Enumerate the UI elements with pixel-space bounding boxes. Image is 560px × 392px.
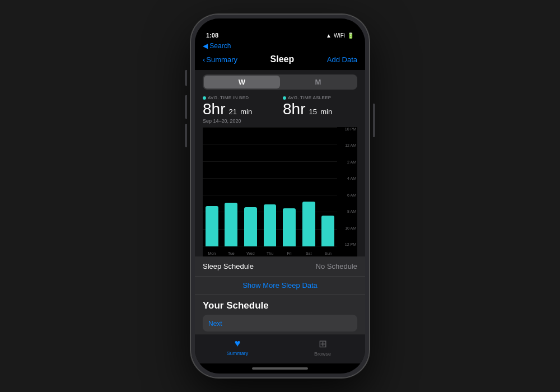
volume-down-button xyxy=(185,124,187,147)
bar-group: Sun xyxy=(319,129,337,256)
bar-chart: 10 PM12 AM2 AM4 AM6 AM8 AM10 AM12 PM Mon… xyxy=(203,127,357,256)
bar-group: Sat xyxy=(300,129,318,256)
chart-area: 10 PM12 AM2 AM4 AM6 AM8 AM10 AM12 PM Mon… xyxy=(203,127,357,256)
bed-dot xyxy=(203,96,206,100)
status-time: 1:08 xyxy=(206,32,218,39)
y-axis-label: 10 PM xyxy=(337,127,357,131)
bar-day-label: Mon xyxy=(203,251,221,255)
bar-group: Mon xyxy=(203,129,221,256)
phone-screen: 1:08 ▲ WiFi 🔋 ◀ Search ‹ Summary Sleep A… xyxy=(195,18,365,374)
sleep-bar xyxy=(206,206,218,246)
bar-group: Tue xyxy=(222,129,241,256)
bar-day-label: Tue xyxy=(222,251,241,255)
sleep-bar xyxy=(302,202,315,246)
power-button xyxy=(373,104,375,137)
schedule-label: Sleep Schedule xyxy=(203,262,254,270)
chevron-left-icon: ‹ xyxy=(203,55,205,64)
asleep-dot xyxy=(283,96,286,100)
home-bar xyxy=(252,367,308,370)
back-to-summary[interactable]: ‹ Summary xyxy=(203,55,237,64)
date-range: Sep 14–20, 2020 xyxy=(203,118,277,124)
schedule-value: No Schedule xyxy=(316,262,357,270)
bar-group: Fri xyxy=(280,129,298,256)
stats-row: AVG. TIME IN BED 8hr 21 min Sep 14–20, 2… xyxy=(195,93,365,125)
signal-icon: ▲ xyxy=(326,32,332,39)
bar-day-label: Sun xyxy=(319,251,337,255)
bar-day-label: Wed xyxy=(241,251,260,255)
y-axis-label: 6 AM xyxy=(337,193,357,197)
y-axis-label: 12 PM xyxy=(337,242,357,246)
month-tab[interactable]: M xyxy=(280,76,356,88)
grid-icon: ⊞ xyxy=(319,338,327,350)
status-icons: ▲ WiFi 🔋 xyxy=(326,32,354,39)
y-axis-label: 2 AM xyxy=(337,160,357,164)
bar-day-label: Fri xyxy=(280,251,298,255)
avg-asleep-value: 8hr 15 min xyxy=(283,101,357,117)
tab-bar: ♥ Summary ⊞ Browse xyxy=(195,334,365,363)
y-axis-label: 4 AM xyxy=(337,176,357,180)
your-schedule-section: Your Schedule Next xyxy=(195,295,365,334)
gridline xyxy=(203,127,337,128)
screen-content: 1:08 ▲ WiFi 🔋 ◀ Search ‹ Summary Sleep A… xyxy=(195,18,365,374)
y-axis: 10 PM12 AM2 AM4 AM6 AM8 AM10 AM12 PM xyxy=(337,127,357,246)
bar-day-label: Sat xyxy=(300,251,318,255)
page-title: Sleep xyxy=(270,54,295,64)
bar-group: Thu xyxy=(261,129,279,256)
summary-tab[interactable]: ♥ Summary xyxy=(195,338,280,357)
y-axis-label: 8 AM xyxy=(337,209,357,213)
nav-header: ‹ Summary Sleep Add Data xyxy=(195,52,365,70)
browse-tab[interactable]: ⊞ Browse xyxy=(280,338,365,357)
search-back-label: ◀ Search xyxy=(203,42,231,50)
main-content: W M AVG. TIME IN BED 8hr 21 min xyxy=(195,70,365,334)
summary-tab-label: Summary xyxy=(227,351,249,356)
y-axis-label: 10 AM xyxy=(337,226,357,230)
sleep-bar xyxy=(244,207,257,246)
next-label: Next xyxy=(208,320,222,328)
show-more-button[interactable]: Show More Sleep Data xyxy=(195,277,365,295)
bar-day-label: Thu xyxy=(261,251,279,255)
volume-up-button xyxy=(185,95,187,119)
back-nav-row: ◀ Search xyxy=(195,41,365,52)
avg-bed-label: AVG. TIME IN BED xyxy=(203,95,277,100)
bottom-section: Sleep Schedule No Schedule Show More Sle… xyxy=(195,256,365,334)
week-tab[interactable]: W xyxy=(204,76,280,88)
sleep-bar xyxy=(321,216,334,246)
browse-tab-label: Browse xyxy=(314,351,331,357)
bar-group: Wed xyxy=(241,129,260,256)
sleep-bar xyxy=(283,208,296,246)
home-indicator xyxy=(195,363,365,374)
summary-back-label: Summary xyxy=(206,55,237,64)
battery-icon: 🔋 xyxy=(347,32,354,39)
avg-asleep-label: AVG. TIME ASLEEP xyxy=(283,95,357,100)
phone-frame: 1:08 ▲ WiFi 🔋 ◀ Search ‹ Summary Sleep A… xyxy=(190,14,370,378)
avg-asleep-stat: AVG. TIME ASLEEP 8hr 15 min xyxy=(283,95,357,124)
your-schedule-title: Your Schedule xyxy=(203,300,357,311)
y-axis-label: 12 AM xyxy=(337,143,357,147)
add-data-button[interactable]: Add Data xyxy=(327,55,357,64)
sleep-chart: 10 PM12 AM2 AM4 AM6 AM8 AM10 AM12 PM Mon… xyxy=(203,127,357,256)
schedule-row: Sleep Schedule No Schedule xyxy=(195,256,365,277)
avg-bed-stat: AVG. TIME IN BED 8hr 21 min Sep 14–20, 2… xyxy=(203,95,277,124)
heart-icon: ♥ xyxy=(235,338,241,349)
period-selector[interactable]: W M xyxy=(203,74,357,90)
sleep-bar xyxy=(225,203,237,246)
notch xyxy=(246,18,314,33)
next-row[interactable]: Next xyxy=(203,315,357,332)
mute-button xyxy=(185,70,187,86)
avg-bed-value: 8hr 21 min xyxy=(203,101,277,117)
sleep-bar xyxy=(264,204,277,246)
wifi-icon: WiFi xyxy=(334,32,345,39)
